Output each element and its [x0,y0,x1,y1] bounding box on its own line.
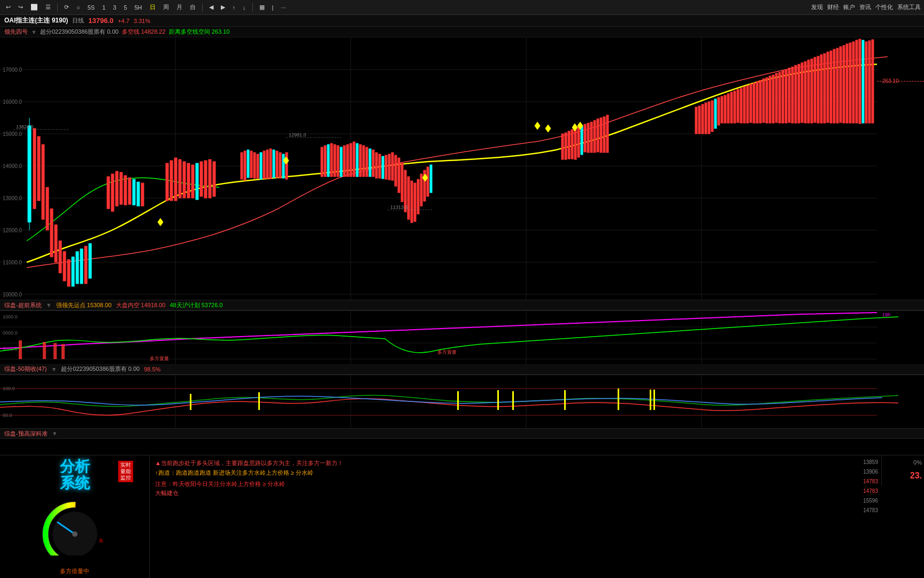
menu-account[interactable]: 账户 [843,3,855,11]
svg-rect-133 [727,94,729,123]
toolbar-grid[interactable]: ▦ [257,3,267,12]
toolbar-up[interactable]: ↑ [230,3,238,12]
toolbar-next[interactable]: ▶ [218,3,228,12]
right-price1: 13859 [845,458,878,467]
svg-rect-176 [865,42,867,123]
menu-discover[interactable]: 发现 [811,3,823,11]
svg-rect-66 [266,150,268,179]
svg-rect-170 [846,44,848,123]
svg-rect-92 [382,156,384,179]
svg-rect-164 [827,52,829,123]
menu-personalize[interactable]: 个性化 [875,3,893,11]
right-price3: 14783 [845,477,878,486]
toolbar-5s[interactable]: 5S [85,3,97,12]
svg-rect-96 [395,155,397,186]
svg-rect-127 [708,102,710,134]
svg-rect-85 [359,144,361,177]
svg-rect-67 [270,149,272,179]
svg-text:低: 低 [43,538,47,543]
right-info-panel: 0% 23. 13859 13906 14783 14783 15596 147… [150,455,924,578]
stock-bar: OAI指主连(主连 9190) 日线 13796.0 +4.7 3.31% [0,15,924,27]
toolbar-day[interactable]: 日 [147,2,158,12]
svg-rect-177 [868,41,871,123]
charts-wrapper: 17000.0 16000.0 15000.0 14000.0 13000.0 … [0,37,924,439]
toolbar-redo[interactable]: ↪ [16,3,26,12]
svg-rect-82 [350,143,352,177]
svg-rect-101 [411,181,413,223]
right-price5: 15596 [845,496,878,506]
right-price2: 13906 [845,467,878,477]
svg-text:50.0: 50.0 [3,413,12,418]
toolbar-menu[interactable]: ☰ [43,3,53,12]
menu-finance[interactable]: 财经 [827,3,839,11]
svg-rect-43 [133,179,135,205]
svg-rect-33 [76,252,79,284]
svg-rect-60 [247,150,249,178]
svg-rect-235 [650,390,651,410]
info-line4: 大幅建仓 [155,489,818,498]
toolbar-refresh[interactable]: ⟳ [61,3,72,12]
svg-rect-154 [795,65,797,123]
toolbar-circle[interactable]: ○ [74,3,83,12]
toolbar-prev[interactable]: ◀ [206,3,216,12]
svg-rect-129 [714,99,717,128]
menu-system[interactable]: 系统工具 [897,3,921,11]
toolbar-line[interactable]: | [270,3,276,12]
menu-news[interactable]: 资讯 [859,3,871,11]
tick-counter: 23. [884,468,922,484]
toolbar-5[interactable]: 5 [121,3,129,12]
stock-change-pct: 3.31% [134,18,150,24]
svg-rect-76 [330,143,333,177]
svg-rect-157 [804,62,806,123]
svg-rect-138 [743,87,745,123]
svg-rect-112 [574,128,576,159]
gauge-label: 多方倍量中 [60,567,89,575]
svg-text:中: 中 [71,503,75,507]
svg-rect-150 [782,71,784,123]
toolbar-window[interactable]: ⬜ [28,3,41,12]
svg-rect-144 [763,79,765,123]
toolbar-3[interactable]: 3 [110,3,119,12]
toolbar-undo[interactable]: ↩ [3,3,13,12]
svg-rect-80 [343,146,345,177]
ind2-name[interactable]: 综盘-50期收(47) [4,365,47,373]
svg-rect-141 [753,83,755,123]
svg-rect-79 [340,147,342,177]
svg-text:11000.0: 11000.0 [3,260,22,265]
svg-rect-70 [279,153,281,178]
period-label[interactable]: 日线 [72,17,84,25]
svg-rect-103 [417,179,419,214]
svg-rect-40 [120,172,122,204]
svg-rect-171 [849,43,851,123]
ind3-name[interactable]: 综盘-预高深科准 [4,430,48,438]
svg-rect-86 [363,146,365,177]
ind1-name[interactable]: 综盘-超前系统 [4,301,42,309]
svg-rect-168 [840,47,842,123]
svg-rect-87 [366,147,368,177]
svg-rect-44 [137,182,140,206]
svg-rect-108 [561,134,564,159]
svg-rect-120 [600,118,602,153]
svg-rect-124 [698,106,700,134]
svg-rect-30 [63,252,66,281]
toolbar-1[interactable]: 1 [99,3,108,12]
svg-rect-166 [833,49,835,123]
svg-rect-151 [785,70,787,123]
toolbar-more[interactable]: ··· [278,3,288,12]
info-line1: ▲当前跑步处于多头区域，主要跟盘思路以多方为主，关注多方一新力！ [155,459,818,468]
svg-rect-122 [606,115,609,153]
toolbar-week[interactable]: 周 [160,2,172,12]
svg-rect-128 [711,101,713,132]
toolbar-custom[interactable]: 自 [187,2,198,12]
svg-rect-100 [407,177,410,219]
indicator-name[interactable]: 领先四号 [4,28,28,36]
ind1-red: 大盘内空 14918.00 [116,301,166,309]
stock-name[interactable]: OAI指主连(主连 9190) [4,16,68,25]
toolbar-month[interactable]: 月 [174,2,185,12]
svg-text:12000.0: 12000.0 [3,227,22,233]
svg-rect-53 [196,163,198,200]
toolbar-down[interactable]: ↓ [240,3,249,12]
svg-rect-161 [817,56,819,123]
toolbar-15[interactable]: 5H [132,3,145,12]
svg-rect-41 [124,176,127,205]
